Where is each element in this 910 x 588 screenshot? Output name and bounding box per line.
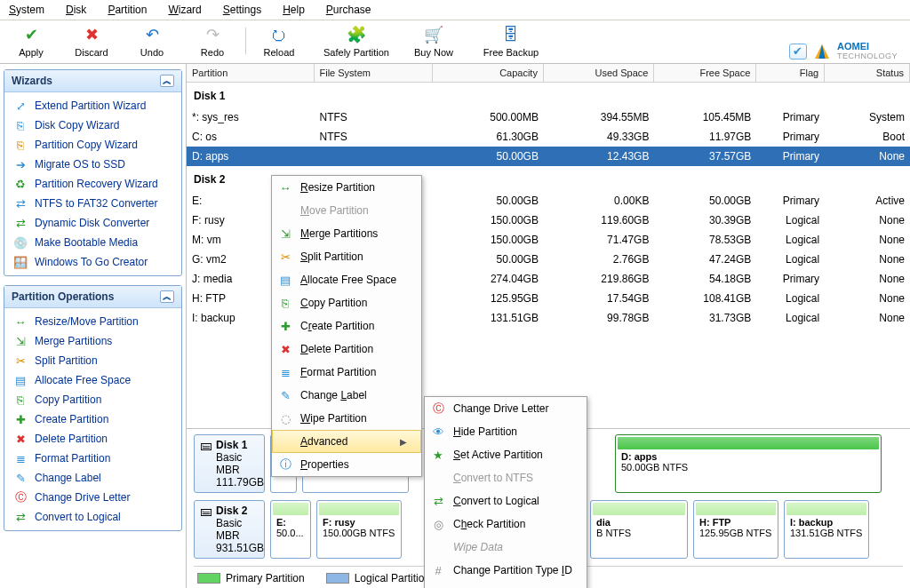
- partition-context-menu[interactable]: ↔Resize PartitionMove Partition⇲Merge Pa…: [271, 175, 422, 477]
- menu-item-advanced[interactable]: Advanced▶: [272, 430, 421, 453]
- menu-item-create-partition[interactable]: ✚Create Partition: [272, 314, 421, 338]
- menu-icon: ★: [430, 447, 446, 463]
- disk-map-partition[interactable]: E:50.0...: [270, 500, 311, 559]
- sidebar-item-ntfs-to-fat32-converter[interactable]: ⇄NTFS to FAT32 Converter: [4, 194, 181, 213]
- discard-button[interactable]: ✖Discard: [69, 24, 114, 58]
- sidebar-item-dynamic-disk-converter[interactable]: ⇄Dynamic Disk Converter: [4, 213, 181, 233]
- collapse-icon[interactable]: ︽: [160, 75, 174, 87]
- sidebar-item-disk-copy-wizard[interactable]: ⎘Disk Copy Wizard: [4, 115, 181, 135]
- menu-item-properties[interactable]: ⓘProperties: [272, 453, 421, 476]
- menu-item-check-partition[interactable]: ◎Check Partition: [425, 513, 587, 536]
- menu-item-convert-to-logical[interactable]: ⇄Convert to Logical: [425, 489, 587, 513]
- undo-button[interactable]: ↶Undo: [130, 24, 174, 58]
- menu-item-merge-partitions[interactable]: ⇲Merge Partitions: [272, 222, 421, 245]
- sidebar-item-make-bootable-media[interactable]: 💿Make Bootable Media: [4, 233, 181, 252]
- disk-map-label[interactable]: 🖴Disk 2Basic MBR931.51GB: [194, 500, 265, 559]
- menu-item-set-active-partition[interactable]: ★Set Active Partition: [425, 443, 587, 466]
- buy-now-icon: 🛒: [423, 24, 444, 45]
- reload-button[interactable]: ⭮Reload: [257, 24, 301, 58]
- menu-item-change-partition-type-id[interactable]: #Change Partition Type ID: [425, 559, 587, 582]
- brand-area: ✔ AOMEI TECHNOLOGY: [789, 42, 898, 60]
- wizards-header[interactable]: Wizards ︽: [4, 70, 181, 92]
- ➔-icon: ➔: [13, 157, 28, 171]
- sidebar-item-merge-partitions[interactable]: ⇲Merge Partitions: [4, 331, 181, 351]
- column-file-system[interactable]: File System: [315, 64, 434, 82]
- 💿-icon: 💿: [13, 235, 28, 250]
- partition-row[interactable]: *: sys_resNTFS500.00MB394.55MB105.45MBPr…: [187, 107, 910, 127]
- column-used-space[interactable]: Used Space: [544, 64, 654, 82]
- sidebar-item-copy-partition[interactable]: ⎘Copy Partition: [4, 390, 181, 409]
- partition-row[interactable]: D: apps50.00GB12.43GB37.57GBPrimaryNone: [187, 147, 910, 166]
- menu-help[interactable]: Help: [283, 4, 305, 16]
- column-flag[interactable]: Flag: [756, 64, 825, 82]
- disk-map-partition[interactable]: F: rusy150.00GB NTFS: [316, 500, 402, 559]
- menu-item-convert-to-ntfs: Convert to NTFS: [425, 466, 587, 489]
- advanced-submenu[interactable]: ⒸChange Drive Letter👁Hide Partition★Set …: [424, 396, 587, 588]
- menu-item-copy-partition[interactable]: ⎘Copy Partition: [272, 291, 421, 314]
- menu-item-change-serial-number[interactable]: №Change Serial Number: [425, 582, 587, 588]
- sidebar-item-delete-partition[interactable]: ✖Delete Partition: [4, 429, 181, 449]
- menu-item-wipe-data: Wipe Data: [425, 536, 587, 559]
- menu-item-allocate-free-space[interactable]: ▤Allocate Free Space: [272, 268, 421, 291]
- menu-item-resize-partition[interactable]: ↔Resize Partition: [272, 176, 421, 199]
- sidebar-item-resize-move-partition[interactable]: ↔Resize/Move Partition: [4, 312, 181, 331]
- disk-map-label[interactable]: 🖴Disk 1Basic MBR111.79GB: [194, 434, 265, 493]
- menu-item-change-drive-letter[interactable]: ⒸChange Drive Letter: [425, 397, 587, 420]
- operations-header[interactable]: Partition Operations ︽: [4, 286, 181, 308]
- brand-sub: TECHNOLOGY: [837, 52, 898, 60]
- menu-partition[interactable]: Partition: [108, 4, 147, 16]
- sidebar-item-windows-to-go-creator[interactable]: 🪟Windows To Go Creator: [4, 252, 181, 272]
- disk-map-partition[interactable]: I: backup131.51GB NTFS: [784, 500, 869, 559]
- menu-disk[interactable]: Disk: [66, 4, 86, 16]
- ≣-icon: ≣: [13, 451, 28, 465]
- safely-partition-button[interactable]: 🧩Safely Partition: [317, 24, 395, 58]
- 🪟-icon: 🪟: [13, 255, 28, 269]
- free-backup-button[interactable]: 🗄Free Backup: [472, 24, 550, 58]
- sidebar-item-split-partition[interactable]: ✂Split Partition: [4, 351, 181, 370]
- sidebar-item-convert-to-logical[interactable]: ⇄Convert to Logical: [4, 507, 181, 527]
- column-partition[interactable]: Partition: [187, 64, 315, 82]
- disk-map-partition[interactable]: diaB NTFS: [590, 500, 688, 559]
- sidebar-item-change-drive-letter[interactable]: ⒸChange Drive Letter: [4, 488, 181, 507]
- menu-item-format-partition[interactable]: ≣Format Partition: [272, 361, 421, 384]
- menu-item-delete-partition[interactable]: ✖Delete Partition: [272, 338, 421, 361]
- menu-item-split-partition[interactable]: ✂Split Partition: [272, 245, 421, 268]
- ⤢-icon: ⤢: [13, 99, 28, 113]
- disk-map-partition[interactable]: D: apps50.00GB NTFS: [615, 434, 882, 493]
- undo-icon: ↶: [141, 24, 163, 45]
- column-capacity[interactable]: Capacity: [433, 64, 543, 82]
- sidebar-item-partition-recovery-wizard[interactable]: ♻Partition Recovery Wizard: [4, 174, 181, 194]
- disk-map-partition[interactable]: H: FTP125.95GB NTFS: [693, 500, 778, 559]
- column-status[interactable]: Status: [825, 64, 910, 82]
- sidebar-item-create-partition[interactable]: ✚Create Partition: [4, 409, 181, 429]
- menu-icon: [277, 433, 293, 449]
- collapse-icon[interactable]: ︽: [160, 290, 174, 303]
- menu-wizard[interactable]: Wizard: [168, 4, 201, 16]
- ⎘-icon: ⎘: [13, 118, 28, 132]
- menu-icon: [277, 203, 293, 219]
- partition-row[interactable]: C: osNTFS61.30GB49.33GB11.97GBPrimaryBoo…: [187, 127, 910, 147]
- sidebar-item-allocate-free-space[interactable]: ▤Allocate Free Space: [4, 370, 181, 390]
- sidebar-item-extend-partition-wizard[interactable]: ⤢Extend Partition Wizard: [4, 96, 181, 115]
- buy-now-button[interactable]: 🛒Buy Now: [411, 24, 456, 58]
- menu-icon: #: [430, 562, 446, 578]
- sidebar-item-format-partition[interactable]: ≣Format Partition: [4, 449, 181, 468]
- notifications-icon[interactable]: ✔: [789, 44, 807, 60]
- sidebar-item-partition-copy-wizard[interactable]: ⎘Partition Copy Wizard: [4, 135, 181, 155]
- menu-item-change-label[interactable]: ✎Change Label: [272, 384, 421, 407]
- column-free-space[interactable]: Free Space: [654, 64, 756, 82]
- sidebar-item-migrate-os-to-ssd[interactable]: ➔Migrate OS to SSD: [4, 155, 181, 174]
- redo-button[interactable]: ↷Redo: [190, 24, 235, 58]
- apply-button[interactable]: ✔Apply: [9, 24, 53, 58]
- menu-settings[interactable]: Settings: [223, 4, 261, 16]
- menu-purchase[interactable]: Purchase: [326, 4, 371, 16]
- disk-title[interactable]: Disk 1: [187, 83, 910, 107]
- menu-item-hide-partition[interactable]: 👁Hide Partition: [425, 420, 587, 443]
- wizards-panel: Wizards ︽ ⤢Extend Partition Wizard⎘Disk …: [4, 69, 182, 276]
- sidebar-item-change-label[interactable]: ✎Change Label: [4, 468, 181, 488]
- menu-system[interactable]: System: [9, 4, 44, 16]
- ⇄-icon: ⇄: [13, 216, 28, 230]
- menu-icon: ✖: [277, 341, 293, 357]
- menu-item-wipe-partition[interactable]: ◌Wipe Partition: [272, 407, 421, 430]
- menu-icon: ⇄: [430, 493, 446, 509]
